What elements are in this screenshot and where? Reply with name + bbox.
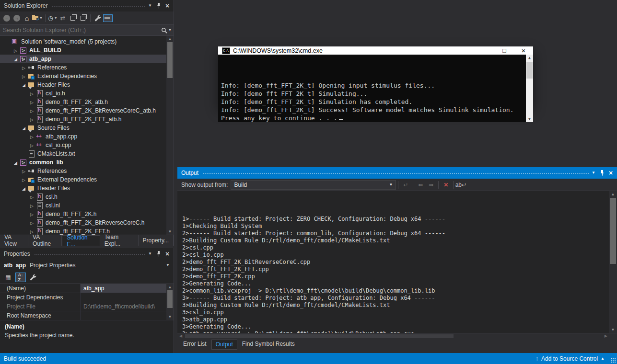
scroll-down-icon[interactable]: ▼ <box>166 229 174 234</box>
tree-item[interactable]: demo_fft_FFT_2K_atb.h <box>0 98 174 106</box>
add-to-source-control-button[interactable]: ↑ Add to Source Control ▲ <box>536 355 605 362</box>
tree-item[interactable]: atb_app.cpp <box>0 132 174 141</box>
expander-icon[interactable] <box>28 90 35 97</box>
dock-tab[interactable]: VA View <box>0 235 28 246</box>
panel-tab[interactable]: Error List <box>179 340 210 350</box>
home-icon[interactable]: ⌂ <box>22 13 32 23</box>
forward-icon[interactable]: → <box>12 13 22 23</box>
tree-item[interactable]: Header Files <box>0 80 174 89</box>
dock-tab[interactable]: Solution E... <box>62 235 100 246</box>
tree-item[interactable]: atb_app <box>0 55 174 63</box>
expander-icon[interactable] <box>12 159 19 166</box>
dock-tab[interactable]: VA Outline <box>28 235 62 246</box>
scroll-down-icon[interactable]: ▼ <box>526 117 533 121</box>
output-vscrollbar[interactable]: ▲ ▼ <box>609 191 617 333</box>
pin-icon[interactable] <box>154 250 163 258</box>
expander-icon[interactable] <box>28 107 35 114</box>
property-row[interactable]: (Name) atb_app <box>0 284 174 293</box>
tree-item[interactable]: Header Files <box>0 184 174 193</box>
cmd-window[interactable]: C:\ C:\WINDOWS\system32\cmd.exe – □ × In… <box>218 46 533 106</box>
panel-tab[interactable]: Output <box>211 340 237 350</box>
tree-item[interactable]: csl_io.cpp <box>0 141 174 149</box>
expander-icon[interactable] <box>12 56 19 62</box>
tree-item[interactable]: CMakeLists.txt <box>0 149 174 158</box>
close-icon[interactable]: × <box>514 46 533 55</box>
panel-tab[interactable]: Find Symbol Results <box>238 340 299 350</box>
expander-icon[interactable] <box>20 73 27 80</box>
output-hscrollbar[interactable]: ◀ ▶ <box>177 333 617 339</box>
close-icon[interactable]: × <box>606 169 615 177</box>
tree-item[interactable]: demo_fft_FFT_2K_FFT.h <box>0 227 174 235</box>
scroll-up-icon[interactable]: ▲ <box>526 56 533 60</box>
tree-item[interactable]: csl.h <box>0 193 174 201</box>
scroll-down-icon[interactable]: ▼ <box>609 328 617 332</box>
expander-icon[interactable] <box>28 116 35 123</box>
pin-icon[interactable] <box>598 169 606 177</box>
preview-selected-items-icon[interactable] <box>103 13 113 23</box>
expander-icon[interactable] <box>12 47 19 54</box>
tree-item[interactable]: csl.inl <box>0 201 174 210</box>
scroll-down-icon[interactable]: ▼ <box>166 315 174 319</box>
output-content[interactable]: 1>------ Build started: Project: ZERO_CH… <box>177 191 617 333</box>
alphabetical-icon[interactable]: A↓Z <box>15 273 26 282</box>
tree-item[interactable]: csl_io.h <box>0 89 174 98</box>
close-icon[interactable]: × <box>163 250 172 258</box>
expander-icon[interactable] <box>28 228 35 235</box>
property-row[interactable]: Project File D:\rtl\demo_fft\cmodel\buil… <box>0 302 174 311</box>
sync-with-active-document-icon[interactable]: ⇄ <box>58 13 68 23</box>
cmd-console[interactable]: Info: [demo_fft_FFT_2K_t] Opening input … <box>218 55 533 122</box>
expander-icon[interactable] <box>20 64 27 71</box>
categorized-icon[interactable]: ▦ <box>3 273 13 282</box>
clear-all-icon[interactable]: ✕ <box>441 180 451 190</box>
tree-item[interactable]: demo_fft_FFT_2K.h <box>0 210 174 218</box>
scrollbar-thumb[interactable] <box>167 42 173 78</box>
word-wrap-icon[interactable]: ab↵ <box>455 180 466 190</box>
window-position-menu-icon[interactable]: ▼ <box>146 250 154 258</box>
dock-tab[interactable]: Property... <box>139 235 174 246</box>
scroll-left-icon[interactable]: ◀ <box>179 334 182 338</box>
tree-item[interactable]: External Dependencies <box>0 72 174 80</box>
properties-titlebar[interactable]: Properties ▼ × <box>0 248 174 260</box>
expander-icon[interactable] <box>20 168 27 174</box>
tree-item[interactable]: common_lib <box>0 158 174 167</box>
maximize-icon[interactable]: □ <box>495 46 514 55</box>
next-message-icon[interactable]: ⇒ <box>426 180 436 190</box>
tree-item[interactable]: ALL_BUILD <box>0 46 174 55</box>
expander-icon[interactable] <box>28 99 35 105</box>
window-position-menu-icon[interactable]: ▼ <box>589 169 598 177</box>
show-all-files-icon[interactable] <box>78 13 88 23</box>
tree-item[interactable]: Solution 'software_model' (5 projects) <box>0 37 174 46</box>
expander-icon[interactable] <box>28 219 35 226</box>
back-icon[interactable]: ← <box>2 13 12 23</box>
tree-item[interactable]: demo_fft_FFT_2K_BitReverseCoreC_atb.h <box>0 106 174 115</box>
scroll-up-icon[interactable]: ▲ <box>609 192 617 196</box>
find-message-icon[interactable]: ↵ <box>400 180 411 190</box>
switch-views-icon[interactable]: ▼ <box>32 13 43 23</box>
expander-icon[interactable] <box>20 176 27 183</box>
expander-icon[interactable] <box>28 142 35 148</box>
close-icon[interactable]: × <box>163 2 172 10</box>
scrollbar-thumb[interactable] <box>167 290 173 308</box>
expander-icon[interactable] <box>28 193 35 200</box>
collapse-all-icon[interactable] <box>68 13 78 23</box>
properties-wrench-icon[interactable] <box>93 13 103 23</box>
minimize-icon[interactable]: – <box>476 46 495 55</box>
expander-icon[interactable] <box>20 125 27 131</box>
solution-explorer-titlebar[interactable]: Solution Explorer ▼ × <box>0 0 174 11</box>
scroll-up-icon[interactable]: ▲ <box>166 285 174 289</box>
scrollbar-thumb[interactable] <box>185 334 454 338</box>
scroll-up-icon[interactable]: ▲ <box>166 37 174 41</box>
expander-icon[interactable] <box>28 133 35 140</box>
output-source-combo[interactable]: Build ▼ <box>231 180 396 190</box>
pin-icon[interactable] <box>154 2 163 10</box>
window-position-menu-icon[interactable]: ▼ <box>146 2 154 10</box>
output-titlebar[interactable]: Output ▼ × <box>177 167 617 179</box>
search-options[interactable]: ▼ <box>159 25 174 35</box>
expander-icon[interactable] <box>20 185 27 192</box>
property-pages-wrench-icon[interactable] <box>28 273 38 282</box>
property-row[interactable]: Root Namespace <box>0 311 174 320</box>
tree-item[interactable]: demo_fft_FFT_2K_FFT_atb.h <box>0 115 174 124</box>
tree-item[interactable]: demo_fft_FFT_2K_BitReverseCoreC.h <box>0 218 174 227</box>
scrollbar-thumb[interactable] <box>610 198 616 264</box>
dock-tab[interactable]: Team Expl... <box>100 235 139 246</box>
